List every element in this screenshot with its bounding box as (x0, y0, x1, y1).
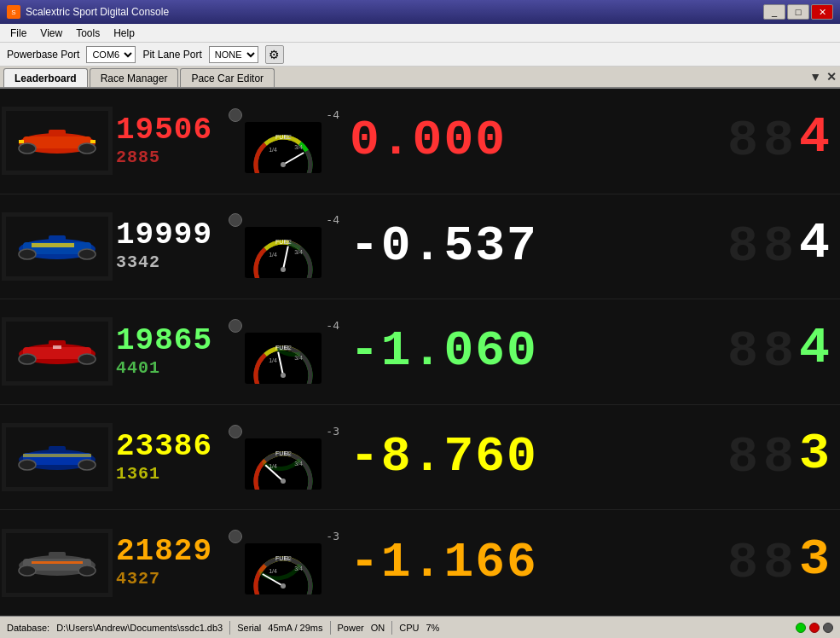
fuel-dot-3 (229, 319, 242, 333)
right-section-3: -1.060 8 8 4 (343, 322, 838, 380)
led-red (809, 623, 820, 633)
car-row-2: 19999 3342 -4 E F FUEL 1/4 1/2 3/4 (0, 194, 840, 300)
gauge-section-1: -4 E F FUEL 1/4 1/2 3/4 (223, 107, 343, 176)
lap-number-5: 3 (799, 534, 831, 592)
svg-point-69 (78, 566, 96, 576)
lap-time-small-2: 3342 (116, 252, 223, 272)
right-section-4: -8.760 8 8 3 (343, 428, 838, 486)
minimize-button[interactable]: _ (763, 4, 785, 20)
svg-rect-23 (32, 243, 74, 247)
menu-view[interactable]: View (33, 26, 69, 41)
fuel-gauge-3: E F FUEL 1/4 1/2 3/4 (245, 333, 322, 386)
cpu-value: 7% (426, 623, 439, 633)
fuel-dot-1 (229, 108, 242, 122)
svg-text:1/2: 1/2 (283, 134, 292, 140)
maximize-button[interactable]: □ (787, 4, 809, 20)
car-image-4 (2, 423, 113, 491)
window-controls: _ □ ✕ (763, 4, 833, 20)
lap-time-big-2: 19999 (116, 220, 223, 251)
menu-file[interactable]: File (3, 26, 33, 41)
lap-count-5: -3 (326, 530, 339, 542)
close-button[interactable]: ✕ (811, 4, 833, 20)
svg-point-48 (281, 373, 286, 378)
svg-rect-39 (53, 345, 61, 349)
svg-rect-6 (19, 140, 24, 143)
tab-close-button[interactable]: ✕ (826, 70, 837, 84)
led-grey (823, 623, 833, 633)
powerbase-select[interactable]: COM6 (86, 46, 136, 63)
car-image-3 (2, 317, 113, 386)
svg-text:3/4: 3/4 (294, 461, 303, 467)
svg-text:3/4: 3/4 (294, 144, 303, 150)
lap-time-big-4: 23386 (116, 432, 223, 462)
svg-point-32 (281, 267, 286, 272)
lap-time-big-1: 19506 (116, 115, 223, 146)
main-content: 19506 2885 -4 E F FUEL 1/4 1/2 3/4 (0, 89, 840, 616)
lap-section-3: 19865 4401 (113, 326, 223, 378)
tab-strip: Leaderboard Race Manager Pace Car Editor… (0, 67, 840, 89)
fuel-gauge-4: E F FUEL 1/4 1/2 3/4 (245, 438, 322, 492)
menu-tools[interactable]: Tools (69, 26, 107, 41)
right-section-1: 0.000 8 8 4 (343, 112, 838, 170)
right-section-5: -1.166 8 8 3 (343, 534, 838, 592)
settings-button[interactable]: ⚙ (265, 45, 284, 64)
time-diff-1: 0.000 (350, 116, 507, 165)
tab-leaderboard[interactable]: Leaderboard (3, 68, 88, 87)
svg-point-52 (19, 460, 36, 470)
title-bar: S Scalextric Sport Digital Console _ □ ✕ (0, 0, 840, 24)
lap-count-4: -3 (326, 425, 339, 438)
power-label: Power (338, 623, 364, 633)
svg-rect-55 (23, 454, 91, 457)
power-value: ON (371, 623, 385, 633)
svg-text:1/2: 1/2 (283, 345, 292, 351)
serial-value: 45mA / 29ms (268, 623, 322, 633)
svg-point-21 (78, 249, 96, 259)
tab-scroll-arrow[interactable]: ▼ (809, 70, 821, 84)
car-row-4: 23386 1361 -3 E F FUEL 1/4 1/2 3/4 (0, 405, 840, 511)
pitlane-select[interactable]: NONE (209, 46, 258, 63)
lap-section-1: 19506 2885 (113, 115, 223, 167)
svg-point-36 (19, 354, 36, 364)
car-image-2 (2, 212, 113, 281)
lap-time-big-3: 19865 (116, 326, 223, 357)
lap-number-2: 4 (799, 218, 831, 276)
svg-point-68 (19, 566, 36, 576)
fuel-gauge-1: E F FUEL 1/4 1/2 3/4 (245, 122, 322, 176)
svg-point-53 (78, 460, 96, 470)
svg-text:1/2: 1/2 (283, 239, 292, 245)
svg-text:1/2: 1/2 (283, 450, 292, 456)
fuel-dot-5 (229, 530, 242, 543)
cpu-label: CPU (399, 623, 419, 633)
status-bar: Database: D:\Users\Andrew\Documents\ssdc… (0, 616, 840, 638)
menu-help[interactable]: Help (107, 26, 142, 41)
svg-rect-54 (49, 446, 66, 453)
car-row-1: 19506 2885 -4 E F FUEL 1/4 1/2 3/4 (0, 89, 840, 194)
tab-race-manager[interactable]: Race Manager (90, 68, 179, 87)
app-title: Scalextric Sport Digital Console (26, 6, 169, 18)
pitlane-label: Pit Lane Port (142, 49, 201, 61)
fuel-dot-2 (229, 213, 242, 227)
svg-point-3 (19, 143, 36, 154)
fuel-gauge-2: E F FUEL 1/4 1/2 3/4 (245, 227, 322, 281)
lap-section-2: 19999 3342 (113, 220, 223, 272)
gauge-section-4: -3 E F FUEL 1/4 1/2 3/4 (223, 423, 343, 492)
menu-bar: File View Tools Help (0, 24, 840, 43)
lap-time-small-5: 4327 (116, 569, 223, 589)
svg-point-64 (281, 478, 286, 484)
car-row-5: 21829 4327 -3 E F FUEL 1/4 1/2 3/4 (0, 510, 840, 616)
lap-count-3: -4 (326, 319, 339, 332)
lap-number-1: 4 (799, 112, 831, 170)
database-value: D:\Users\Andrew\Documents\ssdc1.db3 (56, 623, 223, 633)
car-row-3: 19865 4401 -4 E F FUEL 1/4 1/2 3/4 (0, 299, 840, 405)
tab-pace-car-editor[interactable]: Pace Car Editor (180, 68, 275, 87)
right-section-2: -0.537 8 8 4 (343, 218, 838, 276)
svg-text:1/4: 1/4 (269, 568, 277, 574)
svg-rect-71 (32, 561, 83, 564)
time-diff-5: -1.166 (350, 538, 538, 588)
led-green (796, 623, 806, 633)
lap-time-small-1: 2885 (116, 148, 223, 167)
lap-time-big-5: 21829 (116, 536, 223, 567)
gauge-section-5: -3 E F FUEL 1/4 1/2 3/4 (223, 528, 343, 597)
svg-text:1/4: 1/4 (269, 357, 277, 363)
car-image-5 (2, 529, 113, 597)
